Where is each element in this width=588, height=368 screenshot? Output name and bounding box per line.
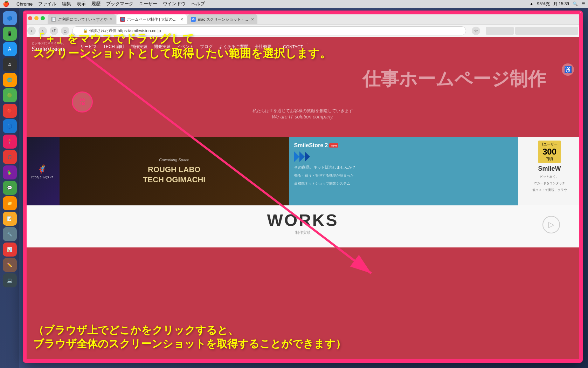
close-button[interactable]: [28, 16, 32, 20]
menubar: 🍎 Chrome ファイル 編集 表示 履歴 ブックマーク ユーザー ウインドウ…: [0, 0, 588, 8]
hero-subtitle-jp: 私たちはITを通じてお客様の笑顔を創造していきます: [253, 108, 353, 114]
instruction-bottom: （ブラウザ上でどこかをクリックすると、 ブラウザ全体のスクリーンショットを取得す…: [33, 323, 346, 350]
measure-top: 180: [79, 98, 85, 102]
card-coworking[interactable]: Coworking Space ROUGH LABO TECH OGIMACHI: [60, 137, 289, 205]
instruction-line-1: 「＋」をマウスでドラッグして: [33, 32, 331, 46]
apple-menu[interactable]: 🍎: [3, 1, 9, 7]
clock-display: 月 15:39: [553, 1, 569, 7]
chevron-2: [299, 151, 305, 162]
maximize-button[interactable]: [41, 16, 45, 20]
dock-icon-parrot[interactable]: 🦜: [3, 165, 17, 179]
coworking-title: Coworking Space: [159, 158, 189, 162]
dock-icon-notes[interactable]: 📝: [3, 212, 17, 226]
dock: 🔵 📱 A 4 🌐 🟢 🔴 🔵 📍 🎵 🦜 💬 📁 📝 🔧 📊 ✏️ 💻: [0, 8, 19, 368]
dock-icon-app[interactable]: A: [3, 42, 17, 56]
works-title: WORKS: [267, 211, 339, 230]
smilestore-chevrons: [294, 151, 513, 162]
battery-display: 95%充: [537, 1, 550, 7]
accessibility-icon: ♿: [562, 63, 574, 76]
instruction-bottom-line-1: （ブラウザ上でどこかをクリックすると、: [33, 323, 346, 337]
dock-icon-tools[interactable]: 🔧: [3, 227, 17, 241]
minimize-button[interactable]: [34, 16, 39, 20]
tab-smilevision[interactable]: 🌐 ホームページ制作 | 大阪のウェブ... ×: [117, 14, 187, 24]
dock-icon-charts[interactable]: 📊: [3, 243, 17, 257]
smilestore-desc1: 売る・買う・管理する機能が詰まった: [294, 173, 513, 178]
dock-icon-finder[interactable]: 🔵: [3, 11, 17, 25]
hero-text: 仕事ホームページ制作: [362, 69, 546, 89]
smilew-pitch: ピッと出く、: [540, 175, 559, 179]
works-play-button[interactable]: ▷: [542, 216, 560, 233]
tab-label-1: ご利用について | いらすとや: [58, 17, 108, 22]
hero-section: 仕事ホームページ制作 私たちはITを通じてお客様の笑顔を創造していきます We …: [25, 56, 581, 137]
window-controls: [28, 16, 45, 20]
measure-bottom: 210: [79, 102, 85, 106]
browser-window: 📄 ご利用について | いらすとや × 🌐 ホームページ制作 | 大阪のウェブ.…: [23, 11, 583, 363]
star-icon: ☆: [474, 28, 478, 34]
dock-icon-music[interactable]: 🎵: [3, 150, 17, 164]
menubar-view[interactable]: 表示: [77, 1, 86, 7]
measure-circle: 180 210: [72, 91, 93, 113]
instruction-bottom-line-2: ブラウザ全体のスクリーンショットを取得することができます）: [33, 337, 346, 350]
smilestore-title: SmileStore 2 new: [294, 142, 513, 149]
dock-icon-phone[interactable]: 📱: [3, 27, 17, 41]
website-content: ビジネスにスマイルを。 SmileVision サービス TECH 扇町 制作実…: [25, 37, 581, 361]
instruction-line-2: スクリーンショットとして取得したい範囲を選択します。: [33, 46, 331, 61]
desktop: 🍎 Chrome ファイル 編集 表示 履歴 ブックマーク ユーザー ウインドウ…: [0, 0, 588, 368]
dock-icon-browser[interactable]: 🌐: [3, 73, 17, 87]
menubar-file[interactable]: ファイル: [38, 1, 56, 7]
smilew-desc1: ICカードをワンタッチ: [534, 181, 565, 186]
tab-close-1[interactable]: ×: [110, 16, 112, 22]
search-icon[interactable]: 🔍: [573, 1, 578, 6]
menubar-window[interactable]: ウインドウ: [163, 1, 186, 7]
menubar-bookmarks[interactable]: ブックマーク: [106, 1, 133, 7]
tab-close-2[interactable]: ×: [180, 16, 183, 22]
dock-icon-chat[interactable]: 💬: [3, 181, 17, 195]
dock-icon-4[interactable]: 4: [3, 57, 17, 71]
profile-area: [486, 27, 578, 35]
card-smilestore[interactable]: SmileStore 2 new その商品、ネット販売しませんか？ 売る・買う・…: [289, 137, 518, 205]
menubar-user[interactable]: ユーザー: [139, 1, 157, 7]
coworking-line1: ROUGH LABO: [143, 165, 205, 175]
bookmark-button-area: ☆: [472, 27, 480, 35]
menubar-help[interactable]: ヘルプ: [191, 1, 205, 7]
dock-icon-messages[interactable]: 🟢: [3, 88, 17, 102]
profile-button[interactable]: [486, 27, 514, 35]
tab-label-2: ホームページ制作 | 大阪のウェブ...: [127, 17, 178, 22]
tab-irasuoya[interactable]: 📄 ご利用について | いらすとや ×: [48, 14, 116, 24]
chevron-1: [294, 151, 299, 162]
coworking-line2: TECH OGIMACHI: [143, 175, 205, 185]
tab-close-3[interactable]: ×: [251, 16, 254, 22]
smilestore-sub: その商品、ネット販売しませんか？: [294, 165, 513, 170]
hero-heading: 仕事ホームページ制作: [362, 67, 546, 91]
hero-subtext: 私たちはITを通じてお客様の笑顔を創造していきます We are IT solu…: [253, 108, 353, 120]
dock-icon-files[interactable]: 📁: [3, 196, 17, 210]
dock-icon-blue[interactable]: 🔵: [3, 119, 17, 133]
card-smilew[interactable]: 1ユーザー 300 円/月 SmileW ピッと出く、 ICカードをワンタッチ …: [518, 137, 581, 205]
smilestore-desc2: 高機能ネットショップ開業システム: [294, 181, 513, 186]
bookmark-button[interactable]: ☆: [472, 27, 480, 35]
menubar-history[interactable]: 履歴: [91, 1, 101, 7]
instruction-top: 「＋」をマウスでドラッグして スクリーンショットとして取得したい範囲を選択します…: [33, 32, 331, 61]
dock-icon-terminal[interactable]: 💻: [3, 273, 17, 287]
menubar-chrome[interactable]: Chrome: [16, 1, 33, 7]
extension-area: [515, 27, 578, 35]
new-badge: new: [329, 143, 338, 148]
left-card-text: 🦸 につながらない!?: [31, 163, 53, 179]
dock-icon-maps[interactable]: 📍: [3, 135, 17, 149]
card-left-partial: 🦸 につながらない!?: [25, 137, 60, 205]
list-icon[interactable]: ☰: [581, 1, 585, 6]
menubar-right: ▲ 95%充 月 15:39 🔍 ☰: [530, 1, 585, 7]
tab-favicon-2: 🌐: [120, 17, 125, 22]
works-section: WORKS 制作実績 ▷: [25, 205, 581, 247]
browser-tab-bar: 📄 ご利用について | いらすとや × 🌐 ホームページ制作 | 大阪のウェブ.…: [25, 12, 581, 25]
tab-favicon-3: G: [191, 17, 196, 22]
tab-google[interactable]: G mac スクリーンショット - Goo... ×: [187, 14, 257, 24]
dock-icon-red[interactable]: 🔴: [3, 104, 17, 118]
back-icon: ‹: [31, 28, 33, 34]
dock-icon-pencil[interactable]: ✏️: [3, 258, 17, 272]
cards-section: 🦸 につながらない!? Coworking Space ROUGH LABO T…: [25, 137, 581, 205]
wifi-icon: ▲: [530, 1, 534, 6]
chevron-3: [305, 151, 310, 162]
smilew-price-label: 1ユーザー: [541, 142, 558, 147]
menubar-edit[interactable]: 編集: [62, 1, 71, 7]
